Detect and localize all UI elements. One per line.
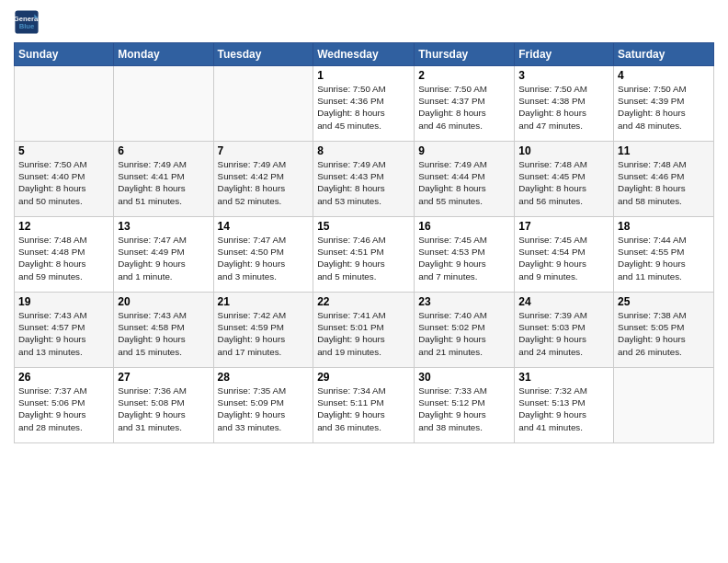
day-number: 10 <box>518 144 609 157</box>
calendar-cell: 15Sunrise: 7:46 AM Sunset: 4:51 PM Dayli… <box>313 217 415 293</box>
day-info: Sunrise: 7:49 AM Sunset: 4:41 PM Dayligh… <box>118 158 209 207</box>
weekday-header: Tuesday <box>213 43 313 66</box>
day-number: 27 <box>118 371 209 384</box>
day-number: 1 <box>317 69 410 82</box>
calendar-cell: 29Sunrise: 7:34 AM Sunset: 5:11 PM Dayli… <box>313 368 415 443</box>
calendar-week-row: 1Sunrise: 7:50 AM Sunset: 4:36 PM Daylig… <box>15 66 714 142</box>
day-info: Sunrise: 7:49 AM Sunset: 4:44 PM Dayligh… <box>418 158 510 207</box>
day-number: 19 <box>18 295 109 308</box>
day-number: 23 <box>418 295 510 308</box>
day-number: 5 <box>18 144 109 157</box>
day-info: Sunrise: 7:35 AM Sunset: 5:09 PM Dayligh… <box>218 385 310 433</box>
calendar-cell: 22Sunrise: 7:41 AM Sunset: 5:01 PM Dayli… <box>313 293 415 368</box>
calendar-cell <box>15 66 114 142</box>
day-info: Sunrise: 7:50 AM Sunset: 4:38 PM Dayligh… <box>518 83 609 132</box>
calendar-cell: 23Sunrise: 7:40 AM Sunset: 5:02 PM Dayli… <box>415 293 515 368</box>
day-info: Sunrise: 7:50 AM Sunset: 4:36 PM Dayligh… <box>317 83 410 132</box>
calendar-cell: 20Sunrise: 7:43 AM Sunset: 4:58 PM Dayli… <box>114 293 213 368</box>
day-info: Sunrise: 7:45 AM Sunset: 4:53 PM Dayligh… <box>418 234 510 282</box>
day-number: 14 <box>218 220 310 233</box>
calendar-cell: 26Sunrise: 7:37 AM Sunset: 5:06 PM Dayli… <box>15 368 114 443</box>
day-info: Sunrise: 7:43 AM Sunset: 4:57 PM Dayligh… <box>18 309 109 358</box>
weekday-header: Thursday <box>415 43 515 66</box>
calendar-table: SundayMondayTuesdayWednesdayThursdayFrid… <box>14 42 714 443</box>
calendar-cell: 18Sunrise: 7:44 AM Sunset: 4:55 PM Dayli… <box>614 217 714 293</box>
weekday-header: Monday <box>114 43 213 66</box>
calendar-cell: 6Sunrise: 7:49 AM Sunset: 4:41 PM Daylig… <box>114 142 213 217</box>
day-number: 2 <box>418 69 510 82</box>
calendar-cell <box>114 66 213 142</box>
calendar-cell: 21Sunrise: 7:42 AM Sunset: 4:59 PM Dayli… <box>213 293 313 368</box>
calendar-cell: 9Sunrise: 7:49 AM Sunset: 4:44 PM Daylig… <box>415 142 515 217</box>
calendar-cell: 24Sunrise: 7:39 AM Sunset: 5:03 PM Dayli… <box>515 293 614 368</box>
calendar-cell <box>213 66 313 142</box>
day-number: 4 <box>618 69 710 82</box>
day-info: Sunrise: 7:41 AM Sunset: 5:01 PM Dayligh… <box>317 309 410 358</box>
day-number: 21 <box>218 295 310 308</box>
calendar-cell: 12Sunrise: 7:48 AM Sunset: 4:48 PM Dayli… <box>15 217 114 293</box>
calendar-cell: 11Sunrise: 7:48 AM Sunset: 4:46 PM Dayli… <box>614 142 714 217</box>
day-info: Sunrise: 7:49 AM Sunset: 4:43 PM Dayligh… <box>317 158 410 207</box>
day-info: Sunrise: 7:44 AM Sunset: 4:55 PM Dayligh… <box>618 234 710 282</box>
day-info: Sunrise: 7:46 AM Sunset: 4:51 PM Dayligh… <box>317 234 410 282</box>
day-info: Sunrise: 7:50 AM Sunset: 4:40 PM Dayligh… <box>18 158 109 207</box>
logo: General Blue <box>14 9 40 35</box>
svg-text:Blue: Blue <box>19 22 35 30</box>
day-info: Sunrise: 7:48 AM Sunset: 4:46 PM Dayligh… <box>618 158 710 207</box>
calendar-cell <box>614 368 714 443</box>
day-info: Sunrise: 7:50 AM Sunset: 4:39 PM Dayligh… <box>618 83 710 132</box>
calendar-cell: 5Sunrise: 7:50 AM Sunset: 4:40 PM Daylig… <box>15 142 114 217</box>
calendar-cell: 1Sunrise: 7:50 AM Sunset: 4:36 PM Daylig… <box>313 66 415 142</box>
page-header: General Blue <box>14 9 714 35</box>
calendar-cell: 16Sunrise: 7:45 AM Sunset: 4:53 PM Dayli… <box>415 217 515 293</box>
calendar-cell: 30Sunrise: 7:33 AM Sunset: 5:12 PM Dayli… <box>415 368 515 443</box>
day-number: 26 <box>18 371 109 384</box>
calendar-week-row: 5Sunrise: 7:50 AM Sunset: 4:40 PM Daylig… <box>15 142 714 217</box>
calendar-cell: 13Sunrise: 7:47 AM Sunset: 4:49 PM Dayli… <box>114 217 213 293</box>
calendar-cell: 3Sunrise: 7:50 AM Sunset: 4:38 PM Daylig… <box>515 66 614 142</box>
day-info: Sunrise: 7:45 AM Sunset: 4:54 PM Dayligh… <box>518 234 609 282</box>
day-info: Sunrise: 7:33 AM Sunset: 5:12 PM Dayligh… <box>418 385 510 433</box>
day-info: Sunrise: 7:36 AM Sunset: 5:08 PM Dayligh… <box>118 385 209 433</box>
day-number: 20 <box>118 295 209 308</box>
day-info: Sunrise: 7:37 AM Sunset: 5:06 PM Dayligh… <box>18 385 109 433</box>
calendar-cell: 25Sunrise: 7:38 AM Sunset: 5:05 PM Dayli… <box>614 293 714 368</box>
day-info: Sunrise: 7:47 AM Sunset: 4:50 PM Dayligh… <box>218 234 310 282</box>
day-info: Sunrise: 7:47 AM Sunset: 4:49 PM Dayligh… <box>118 234 209 282</box>
weekday-header-row: SundayMondayTuesdayWednesdayThursdayFrid… <box>15 43 714 66</box>
weekday-header: Friday <box>515 43 614 66</box>
day-number: 7 <box>218 144 310 157</box>
day-number: 29 <box>317 371 410 384</box>
calendar-cell: 19Sunrise: 7:43 AM Sunset: 4:57 PM Dayli… <box>15 293 114 368</box>
day-number: 18 <box>618 220 710 233</box>
day-number: 30 <box>418 371 510 384</box>
calendar-cell: 8Sunrise: 7:49 AM Sunset: 4:43 PM Daylig… <box>313 142 415 217</box>
day-number: 24 <box>518 295 609 308</box>
calendar-cell: 14Sunrise: 7:47 AM Sunset: 4:50 PM Dayli… <box>213 217 313 293</box>
day-info: Sunrise: 7:38 AM Sunset: 5:05 PM Dayligh… <box>618 309 710 358</box>
day-info: Sunrise: 7:48 AM Sunset: 4:48 PM Dayligh… <box>18 234 109 282</box>
calendar-cell: 17Sunrise: 7:45 AM Sunset: 4:54 PM Dayli… <box>515 217 614 293</box>
day-number: 3 <box>518 69 609 82</box>
day-number: 13 <box>118 220 209 233</box>
day-info: Sunrise: 7:42 AM Sunset: 4:59 PM Dayligh… <box>218 309 310 358</box>
day-info: Sunrise: 7:32 AM Sunset: 5:13 PM Dayligh… <box>518 385 609 433</box>
day-number: 16 <box>418 220 510 233</box>
calendar-cell: 31Sunrise: 7:32 AM Sunset: 5:13 PM Dayli… <box>515 368 614 443</box>
day-info: Sunrise: 7:50 AM Sunset: 4:37 PM Dayligh… <box>418 83 510 132</box>
day-number: 25 <box>618 295 710 308</box>
day-number: 12 <box>18 220 109 233</box>
calendar-week-row: 12Sunrise: 7:48 AM Sunset: 4:48 PM Dayli… <box>15 217 714 293</box>
calendar-week-row: 26Sunrise: 7:37 AM Sunset: 5:06 PM Dayli… <box>15 368 714 443</box>
calendar-cell: 2Sunrise: 7:50 AM Sunset: 4:37 PM Daylig… <box>415 66 515 142</box>
day-info: Sunrise: 7:34 AM Sunset: 5:11 PM Dayligh… <box>317 385 410 433</box>
day-info: Sunrise: 7:48 AM Sunset: 4:45 PM Dayligh… <box>518 158 609 207</box>
svg-text:General: General <box>14 15 40 23</box>
day-number: 11 <box>618 144 710 157</box>
calendar-cell: 27Sunrise: 7:36 AM Sunset: 5:08 PM Dayli… <box>114 368 213 443</box>
weekday-header: Saturday <box>614 43 714 66</box>
day-info: Sunrise: 7:43 AM Sunset: 4:58 PM Dayligh… <box>118 309 209 358</box>
day-number: 9 <box>418 144 510 157</box>
day-info: Sunrise: 7:39 AM Sunset: 5:03 PM Dayligh… <box>518 309 609 358</box>
day-number: 28 <box>218 371 310 384</box>
